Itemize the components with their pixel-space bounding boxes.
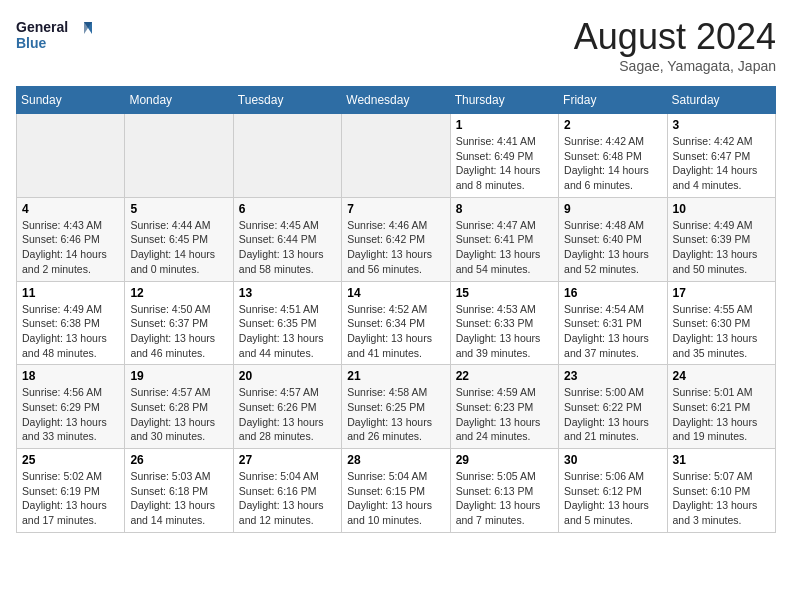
day-number: 25 <box>22 453 119 467</box>
day-detail: Sunrise: 5:02 AM Sunset: 6:19 PM Dayligh… <box>22 469 119 528</box>
day-detail: Sunrise: 4:50 AM Sunset: 6:37 PM Dayligh… <box>130 302 227 361</box>
day-detail: Sunrise: 4:52 AM Sunset: 6:34 PM Dayligh… <box>347 302 444 361</box>
logo: General Blue <box>16 16 96 56</box>
calendar-cell: 29Sunrise: 5:05 AM Sunset: 6:13 PM Dayli… <box>450 449 558 533</box>
calendar-cell: 25Sunrise: 5:02 AM Sunset: 6:19 PM Dayli… <box>17 449 125 533</box>
day-detail: Sunrise: 5:05 AM Sunset: 6:13 PM Dayligh… <box>456 469 553 528</box>
calendar-cell: 24Sunrise: 5:01 AM Sunset: 6:21 PM Dayli… <box>667 365 775 449</box>
calendar-cell: 2Sunrise: 4:42 AM Sunset: 6:48 PM Daylig… <box>559 114 667 198</box>
day-number: 31 <box>673 453 770 467</box>
calendar-cell: 26Sunrise: 5:03 AM Sunset: 6:18 PM Dayli… <box>125 449 233 533</box>
day-number: 18 <box>22 369 119 383</box>
day-detail: Sunrise: 4:54 AM Sunset: 6:31 PM Dayligh… <box>564 302 661 361</box>
day-number: 11 <box>22 286 119 300</box>
calendar-cell: 13Sunrise: 4:51 AM Sunset: 6:35 PM Dayli… <box>233 281 341 365</box>
main-title: August 2024 <box>574 16 776 58</box>
calendar-cell <box>233 114 341 198</box>
calendar-cell: 9Sunrise: 4:48 AM Sunset: 6:40 PM Daylig… <box>559 197 667 281</box>
title-block: August 2024 Sagae, Yamagata, Japan <box>574 16 776 74</box>
day-detail: Sunrise: 5:06 AM Sunset: 6:12 PM Dayligh… <box>564 469 661 528</box>
day-detail: Sunrise: 4:58 AM Sunset: 6:25 PM Dayligh… <box>347 385 444 444</box>
day-number: 16 <box>564 286 661 300</box>
weekday-header: Wednesday <box>342 87 450 114</box>
calendar-cell: 11Sunrise: 4:49 AM Sunset: 6:38 PM Dayli… <box>17 281 125 365</box>
day-number: 24 <box>673 369 770 383</box>
day-detail: Sunrise: 4:59 AM Sunset: 6:23 PM Dayligh… <box>456 385 553 444</box>
day-number: 19 <box>130 369 227 383</box>
calendar-cell: 23Sunrise: 5:00 AM Sunset: 6:22 PM Dayli… <box>559 365 667 449</box>
calendar-cell: 1Sunrise: 4:41 AM Sunset: 6:49 PM Daylig… <box>450 114 558 198</box>
day-number: 20 <box>239 369 336 383</box>
calendar-week-row: 18Sunrise: 4:56 AM Sunset: 6:29 PM Dayli… <box>17 365 776 449</box>
calendar-cell: 31Sunrise: 5:07 AM Sunset: 6:10 PM Dayli… <box>667 449 775 533</box>
day-number: 14 <box>347 286 444 300</box>
day-number: 12 <box>130 286 227 300</box>
calendar-cell: 6Sunrise: 4:45 AM Sunset: 6:44 PM Daylig… <box>233 197 341 281</box>
calendar-week-row: 25Sunrise: 5:02 AM Sunset: 6:19 PM Dayli… <box>17 449 776 533</box>
calendar-cell: 18Sunrise: 4:56 AM Sunset: 6:29 PM Dayli… <box>17 365 125 449</box>
calendar-cell <box>17 114 125 198</box>
day-detail: Sunrise: 4:46 AM Sunset: 6:42 PM Dayligh… <box>347 218 444 277</box>
day-detail: Sunrise: 4:43 AM Sunset: 6:46 PM Dayligh… <box>22 218 119 277</box>
day-number: 3 <box>673 118 770 132</box>
calendar-cell <box>342 114 450 198</box>
day-detail: Sunrise: 4:42 AM Sunset: 6:47 PM Dayligh… <box>673 134 770 193</box>
day-number: 26 <box>130 453 227 467</box>
calendar-cell: 16Sunrise: 4:54 AM Sunset: 6:31 PM Dayli… <box>559 281 667 365</box>
calendar-cell: 10Sunrise: 4:49 AM Sunset: 6:39 PM Dayli… <box>667 197 775 281</box>
day-number: 8 <box>456 202 553 216</box>
weekday-header: Tuesday <box>233 87 341 114</box>
day-detail: Sunrise: 4:55 AM Sunset: 6:30 PM Dayligh… <box>673 302 770 361</box>
calendar-cell: 30Sunrise: 5:06 AM Sunset: 6:12 PM Dayli… <box>559 449 667 533</box>
day-detail: Sunrise: 4:57 AM Sunset: 6:28 PM Dayligh… <box>130 385 227 444</box>
calendar-cell: 15Sunrise: 4:53 AM Sunset: 6:33 PM Dayli… <box>450 281 558 365</box>
day-number: 27 <box>239 453 336 467</box>
day-number: 21 <box>347 369 444 383</box>
day-detail: Sunrise: 5:03 AM Sunset: 6:18 PM Dayligh… <box>130 469 227 528</box>
weekday-header: Saturday <box>667 87 775 114</box>
day-detail: Sunrise: 5:04 AM Sunset: 6:15 PM Dayligh… <box>347 469 444 528</box>
day-detail: Sunrise: 5:04 AM Sunset: 6:16 PM Dayligh… <box>239 469 336 528</box>
calendar-cell: 22Sunrise: 4:59 AM Sunset: 6:23 PM Dayli… <box>450 365 558 449</box>
calendar-cell: 8Sunrise: 4:47 AM Sunset: 6:41 PM Daylig… <box>450 197 558 281</box>
weekday-header: Monday <box>125 87 233 114</box>
calendar-cell: 21Sunrise: 4:58 AM Sunset: 6:25 PM Dayli… <box>342 365 450 449</box>
day-detail: Sunrise: 5:07 AM Sunset: 6:10 PM Dayligh… <box>673 469 770 528</box>
weekday-header: Thursday <box>450 87 558 114</box>
day-detail: Sunrise: 5:01 AM Sunset: 6:21 PM Dayligh… <box>673 385 770 444</box>
calendar-table: SundayMondayTuesdayWednesdayThursdayFrid… <box>16 86 776 533</box>
day-number: 13 <box>239 286 336 300</box>
logo-icon: General Blue <box>16 16 96 56</box>
calendar-week-row: 11Sunrise: 4:49 AM Sunset: 6:38 PM Dayli… <box>17 281 776 365</box>
weekday-header: Friday <box>559 87 667 114</box>
day-number: 22 <box>456 369 553 383</box>
page-header: General Blue August 2024 Sagae, Yamagata… <box>16 16 776 74</box>
day-detail: Sunrise: 4:49 AM Sunset: 6:38 PM Dayligh… <box>22 302 119 361</box>
calendar-week-row: 4Sunrise: 4:43 AM Sunset: 6:46 PM Daylig… <box>17 197 776 281</box>
day-detail: Sunrise: 4:42 AM Sunset: 6:48 PM Dayligh… <box>564 134 661 193</box>
day-detail: Sunrise: 4:41 AM Sunset: 6:49 PM Dayligh… <box>456 134 553 193</box>
svg-text:Blue: Blue <box>16 35 47 51</box>
calendar-cell: 28Sunrise: 5:04 AM Sunset: 6:15 PM Dayli… <box>342 449 450 533</box>
day-number: 23 <box>564 369 661 383</box>
calendar-cell: 7Sunrise: 4:46 AM Sunset: 6:42 PM Daylig… <box>342 197 450 281</box>
day-detail: Sunrise: 4:57 AM Sunset: 6:26 PM Dayligh… <box>239 385 336 444</box>
day-detail: Sunrise: 4:44 AM Sunset: 6:45 PM Dayligh… <box>130 218 227 277</box>
day-detail: Sunrise: 4:49 AM Sunset: 6:39 PM Dayligh… <box>673 218 770 277</box>
calendar-cell: 12Sunrise: 4:50 AM Sunset: 6:37 PM Dayli… <box>125 281 233 365</box>
day-detail: Sunrise: 4:56 AM Sunset: 6:29 PM Dayligh… <box>22 385 119 444</box>
day-number: 28 <box>347 453 444 467</box>
day-number: 9 <box>564 202 661 216</box>
calendar-cell: 14Sunrise: 4:52 AM Sunset: 6:34 PM Dayli… <box>342 281 450 365</box>
subtitle: Sagae, Yamagata, Japan <box>574 58 776 74</box>
calendar-cell: 19Sunrise: 4:57 AM Sunset: 6:28 PM Dayli… <box>125 365 233 449</box>
day-number: 17 <box>673 286 770 300</box>
calendar-cell: 20Sunrise: 4:57 AM Sunset: 6:26 PM Dayli… <box>233 365 341 449</box>
calendar-cell: 5Sunrise: 4:44 AM Sunset: 6:45 PM Daylig… <box>125 197 233 281</box>
day-number: 6 <box>239 202 336 216</box>
weekday-header-row: SundayMondayTuesdayWednesdayThursdayFrid… <box>17 87 776 114</box>
calendar-cell: 27Sunrise: 5:04 AM Sunset: 6:16 PM Dayli… <box>233 449 341 533</box>
day-number: 2 <box>564 118 661 132</box>
day-number: 15 <box>456 286 553 300</box>
day-detail: Sunrise: 4:48 AM Sunset: 6:40 PM Dayligh… <box>564 218 661 277</box>
